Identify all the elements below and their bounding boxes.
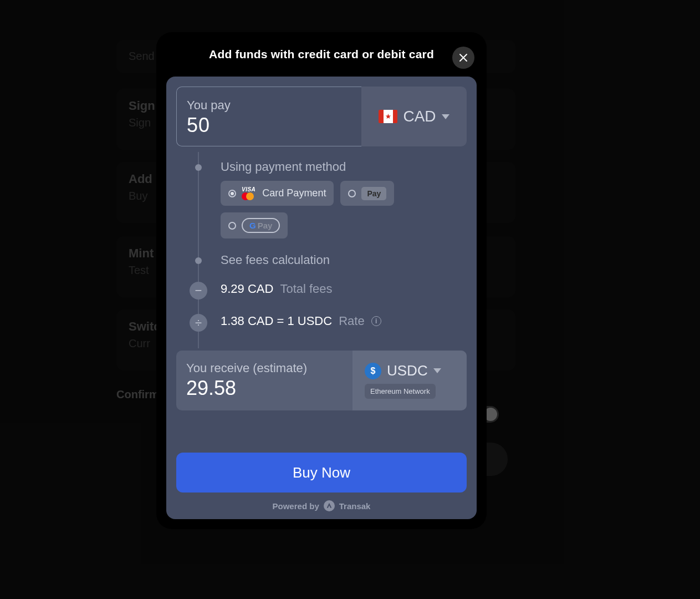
payment-method-step: Using payment method VISA Card Payment <box>190 160 467 238</box>
payment-method-heading: Using payment method <box>221 160 467 174</box>
radio-icon <box>228 222 236 230</box>
you-pay-input[interactable]: You pay 50 <box>176 87 361 146</box>
close-button[interactable] <box>452 47 474 69</box>
add-funds-modal: Add funds with credit card or debit card… <box>156 32 487 529</box>
rate-value: 1.38 CAD = 1 USDC <box>221 314 332 328</box>
you-pay-value: 50 <box>187 114 351 137</box>
radio-icon <box>348 190 356 197</box>
card-logo-icon: VISA <box>242 186 256 200</box>
you-receive-display: You receive (estimate) 29.58 <box>176 351 352 410</box>
minus-icon: − <box>190 282 207 300</box>
card-payment-label: Card Payment <box>262 187 326 199</box>
transak-icon <box>324 500 335 511</box>
info-icon[interactable]: i <box>371 316 381 326</box>
modal-title: Add funds with credit card or debit card <box>209 48 434 61</box>
powered-name: Transak <box>339 501 371 511</box>
timeline-dot <box>195 257 202 264</box>
buy-now-label: Buy Now <box>293 464 350 481</box>
apple-pay-icon: Pay <box>361 187 386 200</box>
fiat-currency-selector[interactable]: CAD <box>361 87 467 146</box>
payment-option-google-pay[interactable]: G Pay <box>221 212 288 238</box>
rate-line: ÷ 1.38 CAD = 1 USDC Rate i <box>190 314 467 332</box>
divide-icon: ÷ <box>190 314 207 332</box>
close-icon <box>459 53 468 62</box>
you-pay-row: You pay 50 CAD <box>176 87 467 146</box>
network-badge: Ethereum Network <box>365 384 436 399</box>
buy-now-button[interactable]: Buy Now <box>176 453 467 493</box>
crypto-code: USDC <box>387 362 428 379</box>
powered-by: Powered by Transak <box>176 500 467 511</box>
rate-label: Rate <box>339 314 364 328</box>
you-receive-value: 29.58 <box>186 377 343 400</box>
total-fees-label: Total fees <box>280 282 332 296</box>
payment-option-apple-pay[interactable]: Pay <box>340 181 394 206</box>
modal-header: Add funds with credit card or debit card <box>156 32 487 71</box>
buy-widget: You pay 50 CAD Using payment method <box>166 77 477 519</box>
payment-option-card[interactable]: VISA Card Payment <box>221 181 334 206</box>
powered-prefix: Powered by <box>273 501 319 511</box>
radio-icon <box>228 190 236 197</box>
total-fees-line: − 9.29 CAD Total fees <box>190 282 467 300</box>
fees-step: See fees calculation <box>190 253 467 267</box>
google-pay-icon: G Pay <box>242 218 280 233</box>
you-receive-row: You receive (estimate) 29.58 $ USDC Ethe… <box>176 351 467 410</box>
usdc-icon: $ <box>365 363 381 379</box>
spacer <box>176 410 467 447</box>
chevron-down-icon <box>442 114 449 119</box>
total-fees-amount: 9.29 CAD <box>221 282 273 296</box>
payment-method-content: Using payment method VISA Card Payment <box>221 160 467 238</box>
see-fees-link[interactable]: See fees calculation <box>221 253 467 267</box>
steps-timeline: Using payment method VISA Card Payment <box>190 160 467 337</box>
payment-method-options: VISA Card Payment Pay G <box>221 181 467 238</box>
visa-icon: VISA <box>242 186 256 192</box>
fiat-currency-code: CAD <box>403 108 436 125</box>
you-receive-label: You receive (estimate) <box>186 361 343 375</box>
timeline-dot <box>195 164 202 171</box>
mastercard-icon <box>242 192 254 200</box>
chevron-down-icon <box>433 368 441 373</box>
you-pay-label: You pay <box>187 98 351 113</box>
crypto-currency-block: $ USDC Ethereum Network <box>352 351 467 410</box>
canada-flag-icon <box>379 110 397 123</box>
crypto-currency-selector[interactable]: $ USDC <box>365 362 441 379</box>
